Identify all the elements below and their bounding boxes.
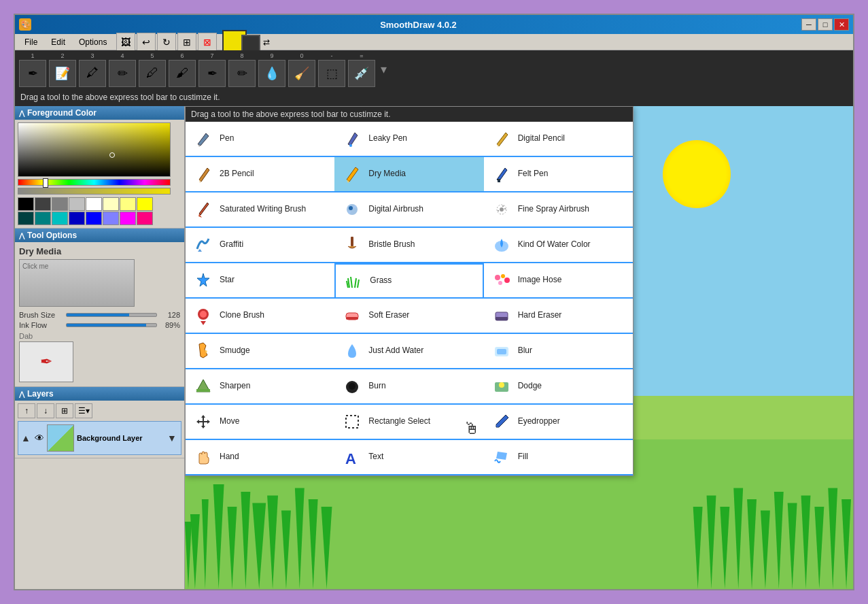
color-gradient[interactable] bbox=[18, 122, 171, 177]
menu-file[interactable]: File bbox=[18, 36, 44, 48]
tool-item-digital-airbrush[interactable]: Digital Airbrush bbox=[334, 192, 483, 228]
express-btn[interactable]: ✒ bbox=[19, 60, 46, 87]
express-btn[interactable]: 📝 bbox=[49, 60, 76, 87]
tool-item-fill[interactable]: Fill bbox=[484, 440, 633, 475]
tool-item-image-hose[interactable]: Image Hose bbox=[484, 263, 633, 299]
tool-btn-close[interactable]: ⊠ bbox=[198, 33, 217, 52]
express-slot-3[interactable]: 3 🖍 bbox=[79, 52, 106, 87]
tool-btn-grid[interactable]: ⊞ bbox=[177, 33, 196, 52]
svg-rect-51 bbox=[346, 317, 358, 320]
color-swatch-14[interactable] bbox=[120, 212, 136, 225]
layer-menu-btn[interactable]: ☰▾ bbox=[75, 403, 92, 418]
color-swatch-12[interactable] bbox=[86, 212, 102, 225]
tool-item-eyedropper[interactable]: Eyedropper bbox=[484, 405, 633, 440]
tool-item-digital-pencil[interactable]: Digital Pencil bbox=[484, 122, 633, 157]
express-slot-6[interactable]: 6 🖌 bbox=[169, 52, 196, 87]
tool-item-fine-spray-airbrush[interactable]: Fine Spray Airbrush bbox=[484, 192, 633, 228]
color-cursor bbox=[109, 152, 115, 158]
tool-item-rectangle-select[interactable]: Rectangle Select bbox=[334, 405, 483, 440]
hue-bar[interactable] bbox=[18, 179, 171, 186]
color-swatch-3[interactable] bbox=[69, 197, 85, 211]
tool-item-grass[interactable]: Grass bbox=[334, 263, 483, 299]
express-btn[interactable]: ⬚ bbox=[318, 60, 345, 87]
tool-item-just-add-water[interactable]: Just Add Water bbox=[334, 334, 483, 369]
color-swatch-0[interactable] bbox=[18, 197, 34, 211]
color-picker-area[interactable] bbox=[15, 120, 184, 228]
layer-down-btn[interactable]: ↓ bbox=[37, 403, 54, 418]
tool-item-hard-eraser[interactable]: Hard Eraser bbox=[484, 299, 633, 334]
tool-item-move[interactable]: Move bbox=[186, 405, 334, 440]
tool-item-hand[interactable]: Hand bbox=[186, 440, 334, 475]
express-btn[interactable]: 🖍 bbox=[79, 60, 106, 87]
tool-item-pen[interactable]: Pen bbox=[186, 122, 334, 157]
color-swatch-7[interactable] bbox=[137, 197, 153, 211]
color-swatch-10[interactable] bbox=[52, 212, 68, 225]
tool-btn-canvas[interactable]: 🖼 bbox=[116, 33, 135, 52]
tool-btn-redo[interactable]: ↻ bbox=[157, 33, 176, 52]
color-swatch-13[interactable] bbox=[103, 212, 119, 225]
layer-copy-btn[interactable]: ⊞ bbox=[56, 403, 73, 418]
menu-options[interactable]: Options bbox=[72, 36, 114, 48]
menu-edit[interactable]: Edit bbox=[44, 36, 72, 48]
express-btn[interactable]: ✏ bbox=[109, 60, 136, 87]
maximize-button[interactable]: □ bbox=[818, 18, 833, 31]
brush-size-slider[interactable] bbox=[66, 313, 157, 317]
tool-item-smudge[interactable]: Smudge bbox=[186, 334, 334, 369]
canvas-area[interactable]: Drag a tool to the above express tool ba… bbox=[185, 106, 853, 589]
tool-item-dry-media[interactable]: Dry Media bbox=[334, 157, 483, 192]
tool-item-felt-pen[interactable]: Felt Pen bbox=[484, 157, 633, 192]
close-button[interactable]: ✕ bbox=[834, 18, 849, 31]
express-slot-8[interactable]: 8 ✏ bbox=[228, 52, 256, 87]
minimize-button[interactable]: ─ bbox=[801, 18, 816, 31]
brush-preview[interactable]: Click me bbox=[19, 259, 135, 307]
background-layer-item[interactable]: ▲ 👁 Background Layer ▼ bbox=[18, 421, 181, 455]
tool-item-bristle-brush[interactable]: Bristle Brush bbox=[334, 228, 483, 263]
tool-btn-undo[interactable]: ↩ bbox=[137, 33, 156, 52]
tool-item-leaky-pen[interactable]: Leaky Pen bbox=[334, 122, 483, 157]
express-btn[interactable]: 💧 bbox=[258, 60, 285, 87]
tool-item-burn[interactable]: Burn bbox=[334, 369, 483, 405]
express-btn[interactable]: 🖊 bbox=[139, 60, 166, 87]
color-swatch-9[interactable] bbox=[35, 212, 51, 225]
tool-item-2b-pencil[interactable]: 2B Pencil bbox=[186, 157, 334, 192]
tool-item-kind-of-water-color[interactable]: Kind Of Water Color bbox=[484, 228, 633, 263]
tool-item-soft-eraser[interactable]: Soft Eraser bbox=[334, 299, 483, 334]
express-slot-1[interactable]: 1 ✒ bbox=[19, 52, 46, 87]
express-slot-0[interactable]: 0 🧹 bbox=[288, 52, 315, 87]
ink-flow-slider[interactable] bbox=[66, 323, 157, 327]
express-slot--[interactable]: - ⬚ bbox=[318, 52, 345, 87]
layer-up-btn[interactable]: ↑ bbox=[18, 403, 35, 418]
layer-visibility-toggle[interactable]: 👁 bbox=[35, 433, 44, 443]
tool-item-sharpen[interactable]: Sharpen bbox=[186, 369, 334, 405]
color-swatch-11[interactable] bbox=[69, 212, 85, 225]
color-swatch-8[interactable] bbox=[18, 212, 34, 225]
express-slot-5[interactable]: 5 🖊 bbox=[139, 52, 166, 87]
tool-item-star[interactable]: Star bbox=[186, 263, 334, 299]
tool-item-clone-brush[interactable]: Clone Brush bbox=[186, 299, 334, 334]
express-slot-9[interactable]: 9 💧 bbox=[258, 52, 285, 87]
express-slot-2[interactable]: 2 📝 bbox=[49, 52, 76, 87]
express-btn[interactable]: ✏ bbox=[228, 60, 256, 87]
saturation-bar[interactable] bbox=[18, 188, 171, 195]
tool-item-blur[interactable]: Blur bbox=[484, 334, 633, 369]
express-btn[interactable]: 💉 bbox=[348, 60, 375, 87]
tool-item-text[interactable]: A Text bbox=[334, 440, 483, 475]
color-swatch-1[interactable] bbox=[35, 197, 51, 211]
color-swatch-15[interactable] bbox=[137, 212, 153, 225]
color-swatch-2[interactable] bbox=[52, 197, 68, 211]
express-more[interactable]: ▾ bbox=[381, 62, 387, 77]
pen-label: Pen bbox=[220, 133, 234, 144]
color-swatch-6[interactable] bbox=[120, 197, 136, 211]
color-swatch-4[interactable] bbox=[86, 197, 102, 211]
express-slot-7[interactable]: 7 ✒ bbox=[198, 52, 226, 87]
express-slot-=[interactable]: = 💉 bbox=[348, 52, 375, 87]
tool-item-graffiti[interactable]: Graffiti bbox=[186, 228, 334, 263]
express-btn[interactable]: 🖌 bbox=[169, 60, 196, 87]
tool-item-dodge[interactable]: Dodge bbox=[484, 369, 633, 405]
express-slot-4[interactable]: 4 ✏ bbox=[109, 52, 136, 87]
color-swatch-5[interactable] bbox=[103, 197, 119, 211]
tool-item-saturated-writing-brush[interactable]: Saturated Writing Brush bbox=[186, 192, 334, 228]
dab-preview[interactable]: ✒ bbox=[19, 341, 73, 382]
express-btn[interactable]: ✒ bbox=[198, 60, 226, 87]
express-btn[interactable]: 🧹 bbox=[288, 60, 315, 87]
